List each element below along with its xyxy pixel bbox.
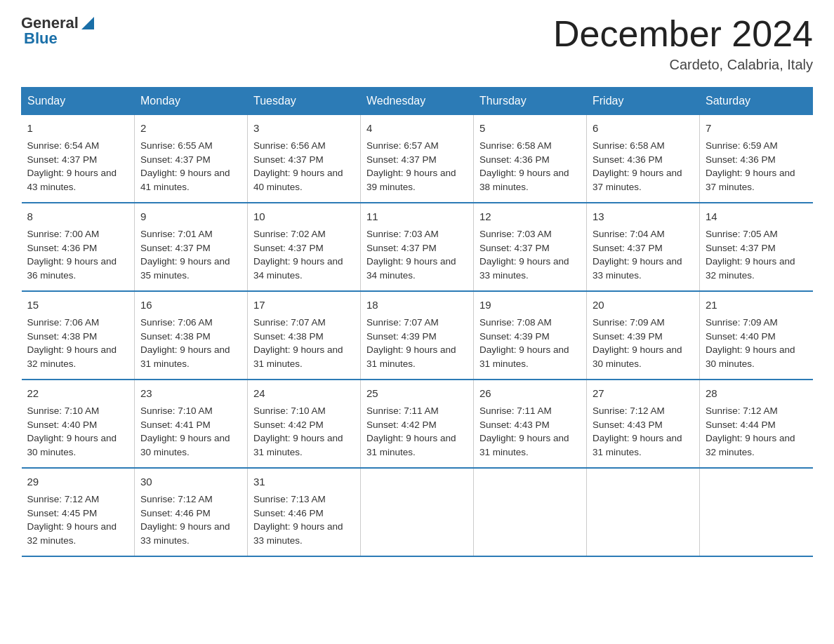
calendar-cell: 2Sunrise: 6:55 AMSunset: 4:37 PMDaylight… (135, 115, 248, 203)
calendar-cell: 3Sunrise: 6:56 AMSunset: 4:37 PMDaylight… (248, 115, 361, 203)
daylight-text: Daylight: 9 hours and 43 minutes. (27, 168, 117, 192)
page-header: General Blue December 2024 Cardeto, Cala… (21, 14, 813, 73)
daylight-text: Daylight: 9 hours and 38 minutes. (479, 168, 569, 192)
day-number: 19 (479, 297, 581, 313)
sunrise-text: Sunrise: 7:02 AM (253, 229, 326, 239)
sunset-text: Sunset: 4:44 PM (706, 420, 776, 430)
day-number: 26 (479, 386, 581, 401)
header-tuesday: Tuesday (248, 88, 361, 115)
calendar-cell: 11Sunrise: 7:03 AMSunset: 4:37 PMDayligh… (361, 203, 474, 291)
day-number: 15 (27, 297, 129, 313)
calendar-cell: 29Sunrise: 7:12 AMSunset: 4:45 PMDayligh… (22, 468, 135, 556)
sunrise-text: Sunrise: 7:03 AM (479, 229, 552, 239)
sunset-text: Sunset: 4:37 PM (366, 154, 437, 165)
calendar-cell: 1Sunrise: 6:54 AMSunset: 4:37 PMDaylight… (22, 115, 135, 203)
day-number: 17 (253, 297, 355, 313)
sunset-text: Sunset: 4:37 PM (366, 243, 437, 253)
sunset-text: Sunset: 4:46 PM (253, 508, 324, 518)
sunrise-text: Sunrise: 7:09 AM (706, 317, 778, 328)
calendar-cell: 14Sunrise: 7:05 AMSunset: 4:37 PMDayligh… (700, 203, 813, 291)
day-number: 11 (366, 209, 468, 224)
day-number: 9 (140, 209, 241, 224)
day-number: 8 (27, 209, 129, 224)
day-number: 7 (706, 121, 807, 136)
daylight-text: Daylight: 9 hours and 31 minutes. (479, 344, 569, 369)
daylight-text: Daylight: 9 hours and 35 minutes. (140, 256, 230, 281)
sunset-text: Sunset: 4:41 PM (140, 420, 211, 430)
daylight-text: Daylight: 9 hours and 33 minutes. (593, 256, 682, 281)
daylight-text: Daylight: 9 hours and 40 minutes. (253, 168, 343, 192)
sunrise-text: Sunrise: 7:13 AM (253, 494, 326, 504)
day-number: 29 (27, 474, 129, 490)
calendar-cell: 31Sunrise: 7:13 AMSunset: 4:46 PMDayligh… (248, 468, 361, 556)
day-number: 25 (366, 386, 468, 401)
sunset-text: Sunset: 4:38 PM (140, 331, 211, 342)
sunrise-text: Sunrise: 7:05 AM (706, 229, 778, 239)
daylight-text: Daylight: 9 hours and 33 minutes. (253, 521, 343, 546)
daylight-text: Daylight: 9 hours and 31 minutes. (366, 433, 456, 457)
calendar-week-row: 29Sunrise: 7:12 AMSunset: 4:45 PMDayligh… (22, 468, 813, 556)
daylight-text: Daylight: 9 hours and 33 minutes. (479, 256, 569, 281)
sunset-text: Sunset: 4:40 PM (27, 420, 98, 430)
sunrise-text: Sunrise: 7:07 AM (253, 317, 326, 328)
day-number: 4 (366, 121, 468, 136)
header-thursday: Thursday (474, 88, 587, 115)
sunset-text: Sunset: 4:39 PM (479, 331, 550, 342)
daylight-text: Daylight: 9 hours and 32 minutes. (706, 256, 795, 281)
daylight-text: Daylight: 9 hours and 31 minutes. (593, 433, 682, 457)
calendar-cell: 24Sunrise: 7:10 AMSunset: 4:42 PMDayligh… (248, 380, 361, 468)
logo: General Blue (21, 14, 95, 48)
sunset-text: Sunset: 4:43 PM (479, 420, 550, 430)
day-number: 16 (140, 297, 241, 313)
sunrise-text: Sunrise: 7:00 AM (27, 229, 100, 239)
day-number: 10 (253, 209, 355, 224)
sunrise-text: Sunrise: 7:03 AM (366, 229, 439, 239)
header-monday: Monday (135, 88, 248, 115)
day-number: 30 (140, 474, 241, 490)
month-title: December 2024 (553, 14, 813, 54)
daylight-text: Daylight: 9 hours and 32 minutes. (706, 433, 795, 457)
sunrise-text: Sunrise: 7:12 AM (706, 405, 778, 416)
daylight-text: Daylight: 9 hours and 30 minutes. (593, 344, 682, 369)
logo-icon (80, 15, 95, 31)
sunset-text: Sunset: 4:36 PM (593, 154, 663, 165)
sunset-text: Sunset: 4:40 PM (706, 331, 776, 342)
sunset-text: Sunset: 4:36 PM (27, 243, 98, 253)
sunrise-text: Sunrise: 7:12 AM (140, 494, 213, 504)
sunrise-text: Sunrise: 7:06 AM (140, 317, 213, 328)
daylight-text: Daylight: 9 hours and 32 minutes. (27, 344, 117, 369)
sunrise-text: Sunrise: 7:01 AM (140, 229, 213, 239)
sunrise-text: Sunrise: 6:54 AM (27, 140, 100, 151)
daylight-text: Daylight: 9 hours and 30 minutes. (706, 344, 795, 369)
calendar-week-row: 1Sunrise: 6:54 AMSunset: 4:37 PMDaylight… (22, 115, 813, 203)
svg-marker-0 (81, 17, 94, 29)
calendar-table: SundayMondayTuesdayWednesdayThursdayFrid… (21, 87, 813, 557)
sunrise-text: Sunrise: 7:06 AM (27, 317, 100, 328)
calendar-week-row: 15Sunrise: 7:06 AMSunset: 4:38 PMDayligh… (22, 291, 813, 380)
calendar-cell: 25Sunrise: 7:11 AMSunset: 4:42 PMDayligh… (361, 380, 474, 468)
day-number: 23 (140, 386, 241, 401)
sunset-text: Sunset: 4:45 PM (27, 508, 98, 518)
day-number: 31 (253, 474, 355, 490)
day-number: 27 (593, 386, 694, 401)
daylight-text: Daylight: 9 hours and 34 minutes. (253, 256, 343, 281)
calendar-cell: 5Sunrise: 6:58 AMSunset: 4:36 PMDaylight… (474, 115, 587, 203)
daylight-text: Daylight: 9 hours and 31 minutes. (253, 344, 343, 369)
sunset-text: Sunset: 4:39 PM (366, 331, 437, 342)
sunset-text: Sunset: 4:37 PM (593, 243, 663, 253)
calendar-cell: 30Sunrise: 7:12 AMSunset: 4:46 PMDayligh… (135, 468, 248, 556)
calendar-cell (474, 468, 587, 556)
sunrise-text: Sunrise: 6:55 AM (140, 140, 213, 151)
sunset-text: Sunset: 4:37 PM (27, 154, 98, 165)
sunrise-text: Sunrise: 6:57 AM (366, 140, 439, 151)
header-friday: Friday (587, 88, 700, 115)
sunset-text: Sunset: 4:37 PM (140, 243, 211, 253)
sunrise-text: Sunrise: 7:10 AM (140, 405, 213, 416)
daylight-text: Daylight: 9 hours and 39 minutes. (366, 168, 456, 192)
day-number: 6 (593, 121, 694, 136)
sunset-text: Sunset: 4:42 PM (253, 420, 324, 430)
daylight-text: Daylight: 9 hours and 31 minutes. (366, 344, 456, 369)
sunrise-text: Sunrise: 6:59 AM (706, 140, 778, 151)
daylight-text: Daylight: 9 hours and 36 minutes. (27, 256, 117, 281)
sunrise-text: Sunrise: 7:09 AM (593, 317, 665, 328)
